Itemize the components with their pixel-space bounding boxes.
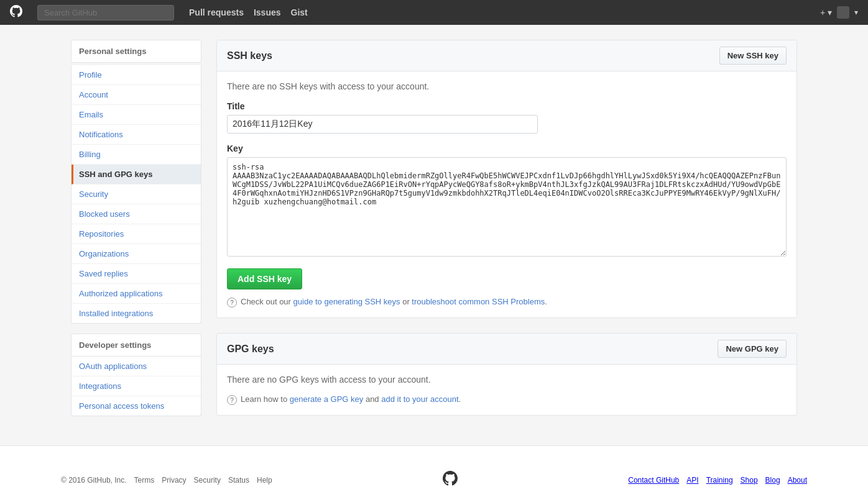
developer-settings-title: Developer settings xyxy=(71,334,201,357)
sidebar-item-saved-replies[interactable]: Saved replies xyxy=(72,264,201,284)
sidebar-item-organizations[interactable]: Organizations xyxy=(72,244,201,264)
sidebar: Personal settings Profile Account Emails… xyxy=(71,40,201,430)
sidebar-item-account[interactable]: Account xyxy=(72,85,201,105)
topnav: Pull requests Issues Gist + ▾ ▾ xyxy=(0,0,868,25)
personal-settings-title: Personal settings xyxy=(71,40,201,63)
footer-github-logo-icon xyxy=(443,471,458,490)
sidebar-item-profile[interactable]: Profile xyxy=(72,65,201,85)
personal-settings-menu: Profile Account Emails Notifications Bil… xyxy=(71,65,201,324)
footer-inner: © 2016 GitHub, Inc. Terms Privacy Securi… xyxy=(61,471,807,490)
ssh-help-row: ? Check out our guide to generating SSH … xyxy=(227,297,787,308)
topnav-right: + ▾ ▾ xyxy=(820,6,858,19)
footer-blog-link[interactable]: Blog xyxy=(765,476,780,485)
footer-about-link[interactable]: About xyxy=(788,476,807,485)
topnav-links: Pull requests Issues Gist xyxy=(189,7,308,17)
issues-link[interactable]: Issues xyxy=(254,7,281,17)
ssh-key-label: Key xyxy=(227,144,787,153)
sidebar-item-notifications[interactable]: Notifications xyxy=(72,125,201,145)
ssh-troubleshoot-link[interactable]: troubleshoot common SSH Problems xyxy=(412,297,545,306)
ssh-keys-section: SSH keys New SSH key There are no SSH ke… xyxy=(216,40,797,318)
gpg-generate-link[interactable]: generate a GPG key xyxy=(290,394,364,404)
footer: © 2016 GitHub, Inc. Terms Privacy Securi… xyxy=(0,445,868,492)
footer-right: Contact GitHub API Training Shop Blog Ab… xyxy=(628,476,807,485)
new-ssh-key-button[interactable]: New SSH key xyxy=(719,47,787,65)
ssh-no-keys-message: There are no SSH keys with access to you… xyxy=(227,81,787,91)
user-menu-chevron[interactable]: ▾ xyxy=(854,8,858,17)
page-layout: Personal settings Profile Account Emails… xyxy=(61,40,807,430)
footer-status-link[interactable]: Status xyxy=(228,476,249,485)
help-icon: ? xyxy=(227,298,237,308)
gpg-keys-section: GPG keys New GPG key There are no GPG ke… xyxy=(216,333,797,416)
sidebar-item-emails[interactable]: Emails xyxy=(72,105,201,125)
ssh-title-label: Title xyxy=(227,101,787,111)
ssh-keys-header: SSH keys New SSH key xyxy=(217,40,796,71)
footer-privacy-link[interactable]: Privacy xyxy=(162,476,186,485)
gpg-keys-header: GPG keys New GPG key xyxy=(217,334,796,365)
footer-left: © 2016 GitHub, Inc. Terms Privacy Securi… xyxy=(61,476,272,485)
footer-help-link[interactable]: Help xyxy=(257,476,272,485)
sidebar-item-authorized-applications[interactable]: Authorized applications xyxy=(72,284,201,304)
ssh-key-textarea[interactable]: ssh-<span style="text-decoration:underli… xyxy=(227,157,787,257)
ssh-keys-title: SSH keys xyxy=(227,50,272,62)
sidebar-item-billing[interactable]: Billing xyxy=(72,145,201,165)
github-logo-icon xyxy=(10,5,22,20)
sidebar-item-integrations[interactable]: Integrations xyxy=(72,376,201,396)
ssh-title-group: Title xyxy=(227,101,787,134)
footer-security-link[interactable]: Security xyxy=(194,476,221,485)
gpg-no-keys-message: There are no GPG keys with access to you… xyxy=(227,375,787,385)
gist-link[interactable]: Gist xyxy=(291,7,308,17)
footer-terms-link[interactable]: Terms xyxy=(134,476,155,485)
search-input[interactable] xyxy=(37,5,174,20)
new-gpg-key-button[interactable]: New GPG key xyxy=(718,340,787,358)
footer-contact-link[interactable]: Contact GitHub xyxy=(628,476,679,485)
user-avatar-menu[interactable] xyxy=(837,6,849,19)
footer-training-link[interactable]: Training xyxy=(706,476,733,485)
gpg-add-link[interactable]: add it to your account xyxy=(381,394,458,404)
gpg-keys-title: GPG keys xyxy=(227,344,274,355)
sidebar-item-installed-integrations[interactable]: Installed integrations xyxy=(72,304,201,323)
gpg-help-text: Learn how to generate a GPG key and add … xyxy=(241,394,461,404)
sidebar-item-ssh-gpg-keys[interactable]: SSH and GPG keys xyxy=(72,165,201,184)
footer-copyright: © 2016 GitHub, Inc. xyxy=(61,476,127,485)
sidebar-item-blocked-users[interactable]: Blocked users xyxy=(72,204,201,224)
sidebar-item-repositories[interactable]: Repositories xyxy=(72,224,201,244)
gpg-keys-body: There are no GPG keys with access to you… xyxy=(217,365,796,415)
pull-requests-link[interactable]: Pull requests xyxy=(189,7,244,17)
add-ssh-key-button[interactable]: Add SSH key xyxy=(227,268,302,289)
ssh-title-input[interactable] xyxy=(227,115,538,134)
footer-api-link[interactable]: API xyxy=(686,476,698,485)
footer-shop-link[interactable]: Shop xyxy=(741,476,758,485)
gpg-help-row: ? Learn how to generate a GPG key and ad… xyxy=(227,394,787,405)
ssh-keys-body: There are no SSH keys with access to you… xyxy=(217,71,796,317)
main-content: SSH keys New SSH key There are no SSH ke… xyxy=(216,40,797,430)
sidebar-item-oauth-applications[interactable]: OAuth applications xyxy=(72,357,201,376)
sidebar-item-personal-access-tokens[interactable]: Personal access tokens xyxy=(72,396,201,416)
developer-settings-menu: OAuth applications Integrations Personal… xyxy=(71,357,201,416)
ssh-key-group: Key ssh-<span style="text-decoration:und… xyxy=(227,144,787,258)
gpg-help-icon: ? xyxy=(227,395,237,405)
new-item-button[interactable]: + ▾ xyxy=(820,7,832,17)
ssh-help-text: Check out our guide to generating SSH ke… xyxy=(241,297,547,306)
sidebar-item-security[interactable]: Security xyxy=(72,184,201,204)
ssh-guide-link[interactable]: guide to generating SSH keys xyxy=(293,297,400,306)
